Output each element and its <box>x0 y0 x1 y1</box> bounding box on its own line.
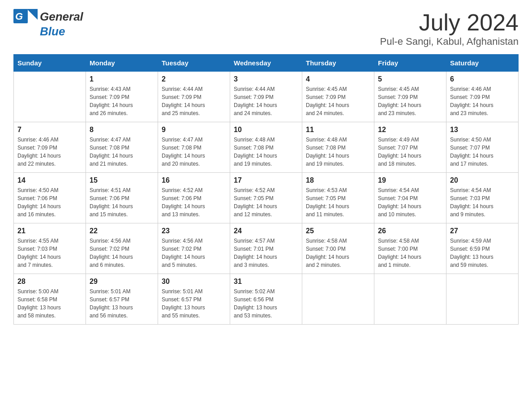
day-info: Sunrise: 4:47 AM Sunset: 7:08 PM Dayligh… <box>162 136 226 168</box>
calendar-cell: 3Sunrise: 4:44 AM Sunset: 7:09 PM Daylig… <box>230 72 302 122</box>
day-info: Sunrise: 4:44 AM Sunset: 7:09 PM Dayligh… <box>162 85 226 117</box>
calendar-cell: 7Sunrise: 4:46 AM Sunset: 7:09 PM Daylig… <box>14 122 86 173</box>
header-col-monday: Monday <box>86 55 158 72</box>
header-col-friday: Friday <box>374 55 446 72</box>
calendar-cell: 17Sunrise: 4:52 AM Sunset: 7:05 PM Dayli… <box>230 173 302 223</box>
day-info: Sunrise: 4:48 AM Sunset: 7:08 PM Dayligh… <box>234 136 298 168</box>
day-number: 7 <box>17 126 82 134</box>
calendar-cell: 11Sunrise: 4:48 AM Sunset: 7:08 PM Dayli… <box>302 122 374 173</box>
day-info: Sunrise: 4:52 AM Sunset: 7:06 PM Dayligh… <box>162 186 226 218</box>
calendar-cell: 16Sunrise: 4:52 AM Sunset: 7:06 PM Dayli… <box>158 173 230 223</box>
logo-text-general-row: G General <box>13 9 83 25</box>
calendar-week-5: 28Sunrise: 5:00 AM Sunset: 6:58 PM Dayli… <box>14 274 519 325</box>
page-subtitle: Pul-e Sangi, Kabul, Afghanistan <box>380 36 519 47</box>
day-number: 25 <box>306 227 370 235</box>
day-info: Sunrise: 5:01 AM Sunset: 6:57 PM Dayligh… <box>90 287 154 320</box>
day-number: 21 <box>17 227 82 235</box>
header-col-sunday: Sunday <box>14 55 86 72</box>
day-number: 13 <box>450 126 515 134</box>
day-info: Sunrise: 4:59 AM Sunset: 6:59 PM Dayligh… <box>450 237 515 269</box>
day-number: 19 <box>378 176 442 184</box>
calendar-cell: 18Sunrise: 4:53 AM Sunset: 7:05 PM Dayli… <box>302 173 374 223</box>
day-number: 30 <box>162 278 226 286</box>
day-number: 10 <box>234 126 298 134</box>
day-number: 6 <box>450 75 515 83</box>
day-number: 29 <box>90 278 154 286</box>
calendar-cell: 13Sunrise: 4:50 AM Sunset: 7:07 PM Dayli… <box>446 122 519 173</box>
calendar-body: 1Sunrise: 4:43 AM Sunset: 7:09 PM Daylig… <box>14 72 519 325</box>
day-number: 31 <box>234 278 298 286</box>
calendar-header: SundayMondayTuesdayWednesdayThursdayFrid… <box>14 55 519 72</box>
header-col-saturday: Saturday <box>446 55 519 72</box>
calendar-table: SundayMondayTuesdayWednesdayThursdayFrid… <box>13 54 519 325</box>
day-info: Sunrise: 4:45 AM Sunset: 7:09 PM Dayligh… <box>378 85 442 117</box>
logo-blue-text: Blue <box>13 25 83 39</box>
day-number: 8 <box>90 126 154 134</box>
calendar-week-3: 14Sunrise: 4:50 AM Sunset: 7:06 PM Dayli… <box>14 173 519 223</box>
day-info: Sunrise: 4:46 AM Sunset: 7:09 PM Dayligh… <box>450 85 515 117</box>
header-row: SundayMondayTuesdayWednesdayThursdayFrid… <box>14 55 519 72</box>
day-info: Sunrise: 4:52 AM Sunset: 7:05 PM Dayligh… <box>234 186 298 218</box>
calendar-week-2: 7Sunrise: 4:46 AM Sunset: 7:09 PM Daylig… <box>14 122 519 173</box>
calendar-cell: 4Sunrise: 4:45 AM Sunset: 7:09 PM Daylig… <box>302 72 374 122</box>
calendar-cell: 24Sunrise: 4:57 AM Sunset: 7:01 PM Dayli… <box>230 223 302 274</box>
day-number: 20 <box>450 176 515 184</box>
day-info: Sunrise: 4:51 AM Sunset: 7:06 PM Dayligh… <box>90 186 154 218</box>
day-info: Sunrise: 4:44 AM Sunset: 7:09 PM Dayligh… <box>234 85 298 117</box>
day-number: 16 <box>162 176 226 184</box>
calendar-cell <box>374 274 446 325</box>
calendar-cell: 10Sunrise: 4:48 AM Sunset: 7:08 PM Dayli… <box>230 122 302 173</box>
calendar-cell: 1Sunrise: 4:43 AM Sunset: 7:09 PM Daylig… <box>86 72 158 122</box>
calendar-cell: 28Sunrise: 5:00 AM Sunset: 6:58 PM Dayli… <box>14 274 86 325</box>
calendar-cell <box>446 274 519 325</box>
day-info: Sunrise: 4:54 AM Sunset: 7:04 PM Dayligh… <box>378 186 442 218</box>
calendar-cell: 14Sunrise: 4:50 AM Sunset: 7:06 PM Dayli… <box>14 173 86 223</box>
calendar-cell: 5Sunrise: 4:45 AM Sunset: 7:09 PM Daylig… <box>374 72 446 122</box>
page-header: G G General Blue July 2024 Pul-e Sangi, … <box>13 9 519 47</box>
day-number: 5 <box>378 75 442 83</box>
calendar-cell: 31Sunrise: 5:02 AM Sunset: 6:56 PM Dayli… <box>230 274 302 325</box>
logo-text-block: G General Blue <box>13 9 83 39</box>
calendar-cell: 25Sunrise: 4:58 AM Sunset: 7:00 PM Dayli… <box>302 223 374 274</box>
calendar-week-1: 1Sunrise: 4:43 AM Sunset: 7:09 PM Daylig… <box>14 72 519 122</box>
day-number: 18 <box>306 176 370 184</box>
calendar-cell: 30Sunrise: 5:01 AM Sunset: 6:57 PM Dayli… <box>158 274 230 325</box>
calendar-cell: 21Sunrise: 4:55 AM Sunset: 7:03 PM Dayli… <box>14 223 86 274</box>
day-info: Sunrise: 4:56 AM Sunset: 7:02 PM Dayligh… <box>90 237 154 269</box>
calendar-cell: 20Sunrise: 4:54 AM Sunset: 7:03 PM Dayli… <box>446 173 519 223</box>
day-number: 24 <box>234 227 298 235</box>
calendar-cell: 2Sunrise: 4:44 AM Sunset: 7:09 PM Daylig… <box>158 72 230 122</box>
calendar-cell: 22Sunrise: 4:56 AM Sunset: 7:02 PM Dayli… <box>86 223 158 274</box>
calendar-cell: 15Sunrise: 4:51 AM Sunset: 7:06 PM Dayli… <box>86 173 158 223</box>
day-number: 22 <box>90 227 154 235</box>
day-info: Sunrise: 4:46 AM Sunset: 7:09 PM Dayligh… <box>17 136 82 168</box>
svg-marker-8 <box>27 9 38 20</box>
day-info: Sunrise: 4:56 AM Sunset: 7:02 PM Dayligh… <box>162 237 226 269</box>
day-info: Sunrise: 5:00 AM Sunset: 6:58 PM Dayligh… <box>17 287 82 320</box>
day-number: 12 <box>378 126 442 134</box>
day-number: 15 <box>90 176 154 184</box>
calendar-cell: 9Sunrise: 4:47 AM Sunset: 7:08 PM Daylig… <box>158 122 230 173</box>
calendar-cell: 8Sunrise: 4:47 AM Sunset: 7:08 PM Daylig… <box>86 122 158 173</box>
calendar-cell: 27Sunrise: 4:59 AM Sunset: 6:59 PM Dayli… <box>446 223 519 274</box>
logo-graphic: G <box>13 9 38 25</box>
day-info: Sunrise: 4:55 AM Sunset: 7:03 PM Dayligh… <box>17 237 82 269</box>
day-number: 23 <box>162 227 226 235</box>
day-info: Sunrise: 4:58 AM Sunset: 7:00 PM Dayligh… <box>378 237 442 269</box>
day-info: Sunrise: 4:57 AM Sunset: 7:01 PM Dayligh… <box>234 237 298 269</box>
day-info: Sunrise: 4:45 AM Sunset: 7:09 PM Dayligh… <box>306 85 370 117</box>
day-info: Sunrise: 4:50 AM Sunset: 7:06 PM Dayligh… <box>17 186 82 218</box>
day-info: Sunrise: 4:48 AM Sunset: 7:08 PM Dayligh… <box>306 136 370 168</box>
day-info: Sunrise: 4:58 AM Sunset: 7:00 PM Dayligh… <box>306 237 370 269</box>
day-number: 1 <box>90 75 154 83</box>
calendar-week-4: 21Sunrise: 4:55 AM Sunset: 7:03 PM Dayli… <box>14 223 519 274</box>
logo-general-text: General <box>40 10 83 24</box>
header-col-tuesday: Tuesday <box>158 55 230 72</box>
calendar-cell: 29Sunrise: 5:01 AM Sunset: 6:57 PM Dayli… <box>86 274 158 325</box>
day-number: 3 <box>234 75 298 83</box>
logo: G G General Blue <box>13 9 83 39</box>
day-info: Sunrise: 4:50 AM Sunset: 7:07 PM Dayligh… <box>450 136 515 168</box>
day-number: 17 <box>234 176 298 184</box>
header-col-thursday: Thursday <box>302 55 374 72</box>
day-info: Sunrise: 4:43 AM Sunset: 7:09 PM Dayligh… <box>90 85 154 117</box>
